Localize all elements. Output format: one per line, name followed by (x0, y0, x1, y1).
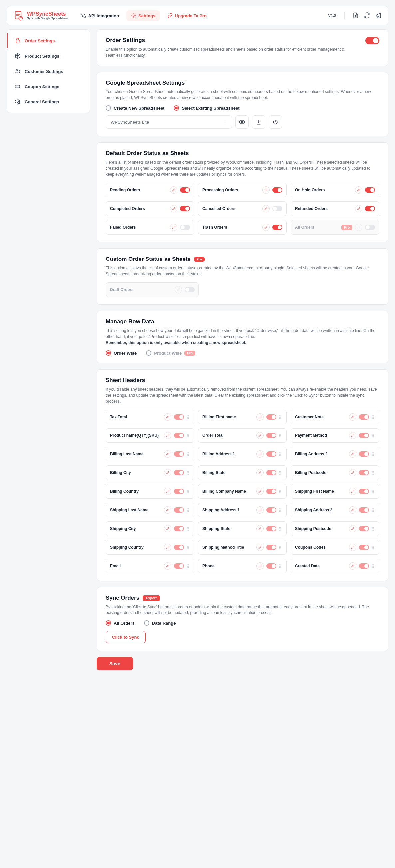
header-toggle[interactable] (359, 563, 369, 568)
radio-product-wise[interactable]: Product Wise Pro (146, 350, 195, 355)
edit-icon[interactable] (349, 413, 356, 421)
edit-icon[interactable] (256, 525, 264, 532)
header-toggle[interactable] (266, 470, 277, 475)
drag-handle-icon[interactable] (187, 508, 190, 512)
edit-icon[interactable] (256, 562, 264, 569)
refresh-icon[interactable] (364, 12, 370, 19)
drag-handle-icon[interactable] (279, 434, 282, 437)
drag-handle-icon[interactable] (279, 564, 282, 568)
status-toggle[interactable] (180, 206, 190, 211)
header-toggle[interactable] (174, 414, 184, 420)
header-toggle[interactable] (174, 470, 184, 475)
header-toggle[interactable] (174, 452, 184, 457)
download-spreadsheet-button[interactable] (252, 116, 265, 129)
header-toggle[interactable] (266, 526, 277, 531)
edit-icon[interactable] (256, 451, 264, 458)
edit-icon[interactable] (349, 451, 356, 458)
drag-handle-icon[interactable] (372, 471, 375, 475)
sidebar-item-customer[interactable]: Customer Settings (7, 64, 90, 79)
edit-icon[interactable] (170, 205, 177, 212)
edit-icon[interactable] (164, 432, 171, 439)
header-toggle[interactable] (359, 414, 369, 420)
drag-handle-icon[interactable] (372, 453, 375, 456)
status-toggle[interactable] (273, 187, 282, 193)
edit-icon[interactable] (262, 186, 270, 194)
drag-handle-icon[interactable] (279, 508, 282, 512)
edit-icon[interactable] (256, 432, 264, 439)
radio-create-spreadsheet[interactable]: Create New Spreadsheet (106, 105, 164, 111)
save-button[interactable]: Save (96, 657, 133, 671)
sidebar-item-order[interactable]: Order Settings (7, 33, 90, 48)
edit-icon[interactable] (256, 544, 264, 551)
document-icon[interactable] (353, 12, 359, 19)
header-toggle[interactable] (359, 452, 369, 457)
edit-icon[interactable] (170, 224, 177, 231)
drag-handle-icon[interactable] (187, 564, 190, 568)
power-button[interactable] (269, 116, 282, 129)
sidebar-item-product[interactable]: Product Settings (7, 48, 90, 64)
header-toggle[interactable] (359, 507, 369, 513)
edit-icon[interactable] (164, 562, 171, 569)
edit-icon[interactable] (164, 488, 171, 495)
header-toggle[interactable] (174, 433, 184, 438)
header-toggle[interactable] (266, 545, 277, 550)
header-toggle[interactable] (266, 414, 277, 420)
tab-upgrade[interactable]: Upgrade To Pro (163, 10, 211, 21)
header-toggle[interactable] (359, 470, 369, 475)
click-to-sync-button[interactable]: Click to Sync (106, 631, 145, 644)
drag-handle-icon[interactable] (372, 508, 375, 512)
edit-icon[interactable] (262, 224, 270, 231)
edit-icon[interactable] (164, 413, 171, 421)
header-toggle[interactable] (266, 507, 277, 513)
drag-handle-icon[interactable] (279, 490, 282, 493)
edit-icon[interactable] (164, 544, 171, 551)
view-spreadsheet-button[interactable] (235, 116, 249, 129)
edit-icon[interactable] (170, 186, 177, 194)
status-toggle[interactable] (273, 224, 282, 230)
edit-icon[interactable] (256, 413, 264, 421)
drag-handle-icon[interactable] (372, 490, 375, 493)
edit-icon[interactable] (349, 562, 356, 569)
drag-handle-icon[interactable] (372, 546, 375, 549)
drag-handle-icon[interactable] (279, 527, 282, 531)
drag-handle-icon[interactable] (187, 527, 190, 531)
drag-handle-icon[interactable] (279, 453, 282, 456)
drag-handle-icon[interactable] (279, 546, 282, 549)
radio-order-wise[interactable]: Order Wise (106, 350, 137, 355)
header-toggle[interactable] (359, 526, 369, 531)
status-toggle[interactable] (180, 224, 190, 230)
edit-icon[interactable] (164, 451, 171, 458)
radio-date-range[interactable]: Date Range (144, 620, 176, 626)
drag-handle-icon[interactable] (372, 434, 375, 437)
drag-handle-icon[interactable] (187, 546, 190, 549)
header-toggle[interactable] (174, 526, 184, 531)
status-toggle[interactable] (180, 187, 190, 193)
sidebar-item-general[interactable]: General Settings (7, 94, 90, 110)
header-toggle[interactable] (266, 452, 277, 457)
status-toggle[interactable] (365, 206, 375, 211)
header-toggle[interactable] (266, 563, 277, 568)
status-toggle[interactable] (273, 206, 282, 211)
header-toggle[interactable] (266, 433, 277, 438)
edit-icon[interactable] (256, 488, 264, 495)
header-toggle[interactable] (359, 545, 369, 550)
edit-icon[interactable] (349, 488, 356, 495)
edit-icon[interactable] (349, 544, 356, 551)
header-toggle[interactable] (266, 489, 277, 494)
header-toggle[interactable] (174, 545, 184, 550)
drag-handle-icon[interactable] (279, 471, 282, 475)
drag-handle-icon[interactable] (187, 490, 190, 493)
edit-icon[interactable] (256, 506, 264, 514)
tab-api-integration[interactable]: API Integration (76, 10, 123, 21)
edit-icon[interactable] (355, 205, 362, 212)
drag-handle-icon[interactable] (279, 415, 282, 419)
edit-icon[interactable] (355, 186, 362, 194)
drag-handle-icon[interactable] (187, 471, 190, 475)
edit-icon[interactable] (164, 506, 171, 514)
edit-icon[interactable] (256, 469, 264, 476)
spreadsheet-select[interactable]: WPSyncSheets Lite (106, 116, 232, 129)
edit-icon[interactable] (164, 469, 171, 476)
header-toggle[interactable] (359, 489, 369, 494)
edit-icon[interactable] (349, 469, 356, 476)
tab-settings[interactable]: Settings (126, 10, 160, 21)
